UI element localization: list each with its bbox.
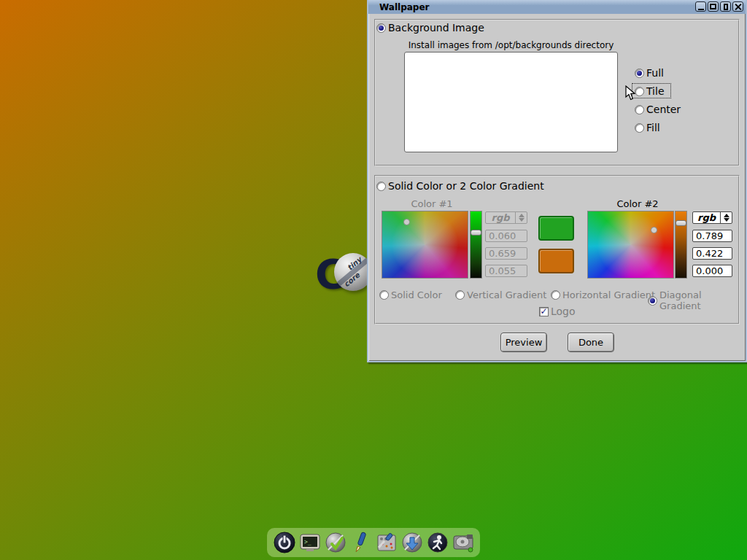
done-button[interactable]: Done	[568, 332, 614, 352]
shade-icon	[724, 4, 728, 10]
titlebar[interactable]: Wallpaper	[368, 0, 746, 14]
color2-green-field[interactable]	[692, 247, 732, 260]
preview-button[interactable]: Preview	[500, 332, 547, 352]
radio-horizontal-gradient[interactable]: Horizontal Gradient	[551, 289, 655, 300]
color2-mode-select[interactable]: rgb	[692, 211, 732, 224]
color1-slider-handle[interactable]	[471, 230, 481, 236]
close-icon	[735, 4, 741, 10]
tile-radio-icon	[635, 87, 644, 96]
power-icon[interactable]	[272, 531, 296, 555]
radio-fill[interactable]: Fill	[635, 122, 660, 133]
color1-picker-marker	[403, 219, 410, 225]
desktop-background: C tiny core Wallpaper Background Image I…	[0, 0, 747, 560]
diagonal-gradient-radio-icon	[648, 296, 657, 306]
svg-text:>_: >_	[304, 539, 311, 545]
run-icon[interactable]	[425, 531, 449, 555]
color1-red-field[interactable]	[485, 230, 527, 242]
maximize-button[interactable]	[708, 1, 719, 12]
center-radio-icon	[635, 105, 644, 114]
color2-picker-marker	[651, 227, 657, 233]
window-title: Wallpaper	[379, 2, 429, 12]
color2-label: Color #2	[587, 198, 688, 209]
color2-swatch[interactable]	[538, 249, 574, 273]
wallpaper-window: Wallpaper Background Image Install image…	[367, 0, 747, 362]
full-radio-icon	[635, 69, 644, 78]
radio-full[interactable]: Full	[635, 67, 664, 79]
editor-pen-icon[interactable]	[349, 531, 373, 555]
radio-center[interactable]: Center	[635, 104, 681, 115]
solid-color-radio-icon	[379, 290, 389, 300]
solid-or-gradient-radio-icon	[376, 182, 386, 191]
horizontal-gradient-radio-icon	[551, 290, 560, 300]
minimize-icon	[698, 9, 704, 10]
color1-mode-select[interactable]: rgb	[485, 211, 527, 224]
radio-background-image[interactable]: Background Image	[376, 22, 484, 34]
radio-tile[interactable]: Tile	[635, 85, 665, 97]
shade-button[interactable]	[720, 1, 731, 12]
dock: >_	[267, 528, 480, 557]
radio-solid-or-gradient[interactable]: Solid Color or 2 Color Gradient	[376, 180, 544, 192]
minimize-button[interactable]	[695, 1, 706, 12]
updown-arrows-icon	[515, 212, 527, 223]
color2-value-slider[interactable]	[675, 211, 687, 279]
color1-green-field[interactable]	[485, 247, 527, 260]
apps-install-icon[interactable]	[400, 531, 424, 555]
install-hint: Install images from /opt/backgrounds dir…	[404, 40, 618, 50]
maximize-icon	[710, 4, 716, 9]
vertical-gradient-radio-icon	[455, 290, 465, 300]
background-image-radio-icon	[376, 23, 386, 33]
updown-arrows-icon	[720, 212, 732, 223]
close-button[interactable]	[732, 1, 743, 12]
color2-hue-picker[interactable]	[587, 211, 674, 279]
desktop-logo: C tiny core	[315, 248, 374, 300]
color2-blue-field[interactable]	[692, 265, 732, 277]
logo-ball-text-bottom: core	[342, 271, 361, 288]
radio-solid-color[interactable]: Solid Color	[379, 289, 442, 300]
color1-label: Color #1	[382, 198, 482, 209]
radio-diagonal-gradient[interactable]: Diagonal Gradient	[648, 289, 746, 311]
color2-slider-handle[interactable]	[676, 220, 686, 226]
color2-red-field[interactable]	[692, 230, 732, 242]
background-image-list[interactable]	[404, 52, 618, 152]
fill-radio-icon	[635, 123, 644, 133]
logo-checkbox-row[interactable]: ✓ Logo	[539, 306, 576, 317]
color1-swatch[interactable]	[538, 216, 574, 241]
color1-hue-picker[interactable]	[382, 211, 468, 279]
radio-vertical-gradient[interactable]: Vertical Gradient	[455, 289, 546, 300]
apps-check-icon[interactable]	[323, 531, 347, 555]
control-panel-icon[interactable]	[374, 531, 398, 555]
color1-blue-field[interactable]	[485, 265, 527, 277]
logo-checkbox[interactable]: ✓	[539, 307, 549, 316]
terminal-icon[interactable]: >_	[298, 531, 322, 555]
mount-drive-icon[interactable]	[451, 531, 475, 555]
color1-value-slider[interactable]	[470, 211, 482, 279]
